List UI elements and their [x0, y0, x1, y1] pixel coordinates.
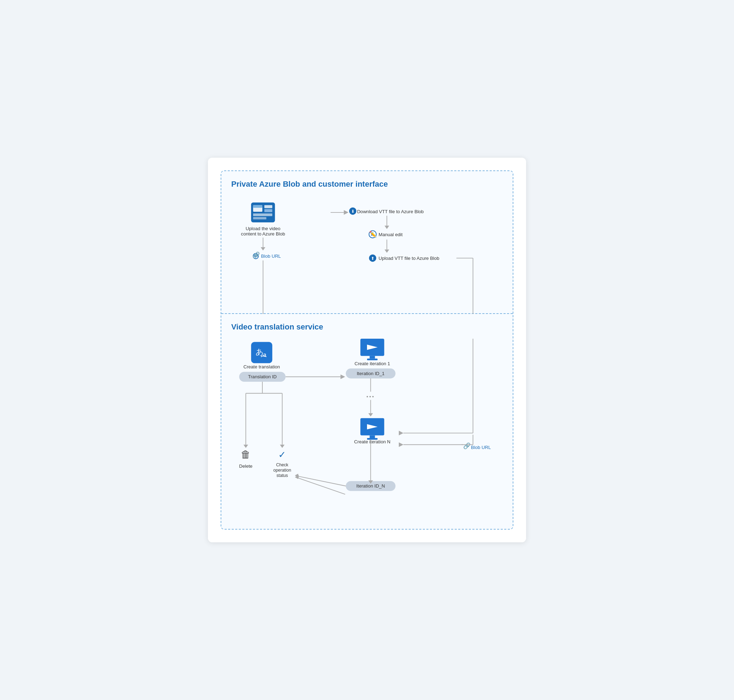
svg-text:Iteration ID_1: Iteration ID_1 [357, 371, 385, 376]
svg-marker-43 [340, 374, 345, 379]
svg-text:Manual edit: Manual edit [379, 232, 403, 238]
svg-rect-61 [367, 359, 378, 360]
svg-text:Translation ID: Translation ID [248, 374, 277, 379]
svg-marker-18 [344, 210, 348, 215]
svg-marker-23 [385, 226, 389, 229]
svg-marker-10 [260, 247, 265, 250]
svg-text:•••: ••• [366, 394, 375, 400]
svg-rect-60 [369, 356, 375, 359]
svg-rect-5 [253, 213, 272, 216]
bottom-section-title: Video translation service [231, 322, 503, 332]
svg-text:Upload VTT file to Azure Blob: Upload VTT file to Azure Blob [379, 256, 440, 261]
svg-text:content to Azure Blob: content to Azure Blob [241, 232, 285, 237]
svg-text:Delete: Delete [239, 463, 253, 469]
svg-text:Iteration ID_N: Iteration ID_N [356, 483, 385, 488]
svg-text:⬇: ⬇ [351, 209, 354, 214]
svg-text:Blob URL: Blob URL [471, 445, 491, 450]
svg-rect-6 [253, 217, 266, 219]
svg-text:Blob URL: Blob URL [261, 253, 281, 259]
svg-text:あ: あ [256, 347, 264, 356]
svg-text:Upload the video: Upload the video [246, 226, 280, 232]
svg-text:Create iteration 1: Create iteration 1 [354, 361, 390, 366]
svg-marker-68 [368, 413, 373, 416]
svg-line-56 [297, 478, 345, 494]
svg-text:🔗: 🔗 [253, 252, 260, 259]
svg-text:✓: ✓ [278, 449, 286, 460]
svg-text:🗑: 🗑 [241, 449, 251, 460]
diagram-wrapper: Private Azure Blob and customer interfac… [208, 158, 526, 542]
svg-marker-75 [399, 442, 403, 447]
svg-text:⬆: ⬆ [371, 256, 374, 261]
svg-rect-71 [369, 435, 375, 438]
top-diagram-svg: Upload the video content to Azure Blob 🔗… [231, 196, 503, 302]
svg-line-80 [297, 476, 346, 486]
svg-text:🔗: 🔗 [463, 442, 471, 450]
bottom-section: Video translation service あ a Create tra… [221, 314, 513, 529]
svg-rect-3 [265, 205, 272, 208]
top-section: Private Azure Blob and customer interfac… [221, 171, 513, 314]
top-section-title: Private Azure Blob and customer interfac… [231, 179, 503, 189]
svg-text:Download VTT file to Azure Blo: Download VTT file to Azure Blob [357, 209, 424, 214]
svg-marker-29 [385, 250, 389, 253]
svg-text:✏️: ✏️ [369, 231, 377, 238]
svg-text:operation: operation [273, 468, 291, 473]
svg-rect-2 [253, 205, 262, 207]
svg-text:Check: Check [276, 462, 288, 468]
svg-rect-4 [265, 209, 272, 212]
svg-text:Create iteration N: Create iteration N [354, 439, 391, 444]
svg-text:Create translation: Create translation [243, 364, 279, 369]
bottom-diagram-svg: あ a Create translation Translation ID [231, 339, 503, 518]
svg-marker-49 [280, 445, 285, 448]
svg-marker-47 [244, 445, 248, 448]
svg-marker-86 [399, 431, 403, 435]
svg-text:status: status [277, 473, 288, 478]
outer-box: Private Azure Blob and customer interfac… [221, 171, 513, 529]
